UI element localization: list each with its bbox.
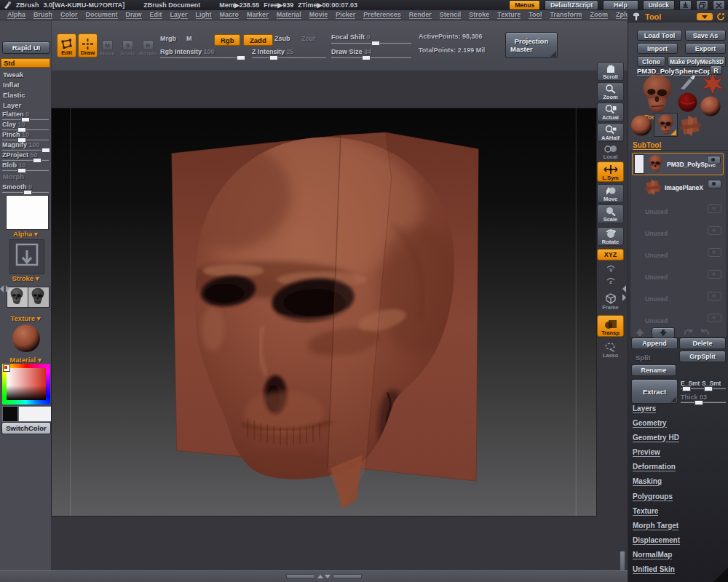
document-scrollbar[interactable] xyxy=(620,551,625,571)
append-button[interactable]: Append xyxy=(631,338,678,349)
menu-item[interactable]: Material xyxy=(277,11,301,19)
menu-item[interactable]: Edit xyxy=(150,11,162,19)
section-deformation[interactable]: Deformation xyxy=(633,463,676,471)
material-flyout-label[interactable]: Material ▾ xyxy=(0,356,51,364)
stroke-swatch[interactable] xyxy=(9,239,44,274)
brush-elastic[interactable]: Elastic xyxy=(1,90,50,100)
shelf-actual-button[interactable]: Actual xyxy=(597,103,624,121)
thick-slider[interactable]: Thick 03 xyxy=(681,394,726,403)
brush-layer[interactable]: Layer xyxy=(1,100,50,110)
tool-thumb-star[interactable] xyxy=(700,72,726,97)
tray-handle-left[interactable] xyxy=(286,574,315,579)
brush-smooth-slider[interactable]: Smooth 0 xyxy=(2,183,49,193)
delete-button[interactable]: Delete xyxy=(679,338,726,349)
export-button[interactable]: Export xyxy=(685,43,726,54)
brush-zproject-slider[interactable]: ZProject 50 xyxy=(2,151,49,161)
tool-thumb-sphere-1[interactable] xyxy=(700,96,721,118)
menu-item[interactable]: Preferences xyxy=(363,11,401,19)
section-geometry[interactable]: Geometry xyxy=(633,419,667,428)
subtool-item-polysphere[interactable]: PM3D_PolySphe xyxy=(632,153,724,175)
texture-swatch-2[interactable] xyxy=(28,287,50,308)
stroke-flyout-label[interactable]: Stroke ▾ xyxy=(0,274,51,282)
tray-collapse-icon[interactable] xyxy=(325,575,331,578)
section-unified-skin[interactable]: Unified Skin xyxy=(633,565,675,574)
menu-item[interactable]: Stencil xyxy=(440,11,462,19)
canvas-viewport[interactable] xyxy=(51,108,597,517)
section-morph-target[interactable]: Morph Target xyxy=(633,522,678,530)
minimize-icon[interactable] xyxy=(679,0,692,10)
secondary-color-swatch[interactable] xyxy=(2,406,18,422)
default-zscript-button[interactable]: DefaultZScript xyxy=(545,0,598,10)
zcut-button[interactable]: Zcut xyxy=(301,35,315,42)
tool-thumb-sphere-dark[interactable] xyxy=(678,92,697,113)
rotate-mode-button[interactable]: R Rotate xyxy=(138,33,158,57)
section-normalmap[interactable]: NormalMap xyxy=(633,551,672,559)
focal-shift-slider[interactable]: Focal Shift 0 xyxy=(331,33,411,44)
shelf-aahalf-button[interactable]: AAHalf xyxy=(597,123,624,142)
brush-std[interactable]: Std xyxy=(1,58,50,68)
projection-master-button[interactable]: Projection Master xyxy=(505,32,558,58)
edit-mode-button[interactable]: Edit xyxy=(57,33,76,57)
draw-mode-button[interactable]: Draw xyxy=(78,33,98,57)
tool-panel-header[interactable]: Tool xyxy=(628,10,728,23)
panel-cycle-icon[interactable] xyxy=(716,12,725,21)
menu-item[interactable]: Document xyxy=(86,11,118,19)
section-masking[interactable]: Masking xyxy=(633,477,662,486)
rgb-button[interactable]: Rgb xyxy=(214,34,240,46)
save-as-button[interactable]: Save As xyxy=(685,30,726,41)
shelf-frame-button[interactable]: Frame xyxy=(597,290,624,311)
move-mode-button[interactable]: M Move xyxy=(98,33,117,57)
switch-color-button[interactable]: SwitchColor xyxy=(1,422,51,434)
menu-item[interactable]: Picker xyxy=(336,11,355,19)
grpsplit-button[interactable]: GrpSplit xyxy=(679,351,726,362)
scale-mode-button[interactable]: S Scale xyxy=(118,33,138,57)
alpha-swatch[interactable] xyxy=(6,195,49,230)
split-button[interactable]: Split xyxy=(636,354,651,362)
panel-menu-icon[interactable] xyxy=(697,13,713,20)
brush-blob-slider[interactable]: Blob 10 xyxy=(2,162,49,171)
esmt-ssmt-sliders[interactable]: E_Smt S_Smt xyxy=(681,380,726,389)
subtool-up-icon[interactable] xyxy=(634,328,646,337)
shelf-y-axis-button[interactable]: y xyxy=(597,263,624,274)
subtool-section-title[interactable]: SubTool xyxy=(633,141,661,150)
menu-item[interactable]: Light xyxy=(196,11,212,19)
visibility-eye-icon[interactable] xyxy=(708,180,721,188)
shelf-xyz-button[interactable]: XYZ xyxy=(597,249,624,260)
menu-item[interactable]: Render xyxy=(409,11,432,19)
main-color-swatch[interactable] xyxy=(18,406,52,422)
menu-item[interactable]: Marker xyxy=(247,11,269,19)
help-button[interactable]: Help xyxy=(603,0,638,10)
material-swatch[interactable] xyxy=(11,324,41,354)
menu-item[interactable]: Macro xyxy=(220,11,240,19)
shelf-move-button[interactable]: Move xyxy=(597,184,624,203)
shelf-z-axis-button[interactable]: z xyxy=(597,275,624,286)
close-icon[interactable] xyxy=(713,0,725,10)
tool-thumb-planes[interactable] xyxy=(679,115,703,138)
load-tool-button[interactable]: Load Tool xyxy=(637,30,682,41)
menu-item[interactable]: Draw xyxy=(126,11,142,19)
menu-item[interactable]: Texture xyxy=(497,11,521,19)
restore-window-icon[interactable] xyxy=(696,0,708,10)
section-layers[interactable]: Layers xyxy=(633,404,656,413)
shelf-scroll-button[interactable]: Scroll xyxy=(597,62,624,81)
unlock-button[interactable]: Unlock xyxy=(643,0,675,10)
menus-button[interactable]: Menus xyxy=(509,0,540,10)
tool-thumb-brush[interactable] xyxy=(678,74,698,93)
mrgb-button[interactable]: Mrgb xyxy=(160,35,176,42)
brush-inflat[interactable]: Inflat xyxy=(1,80,50,89)
z-intensity-slider[interactable]: Z Intensity 25 xyxy=(252,48,326,58)
shelf-lasso-button[interactable]: Lasso xyxy=(597,340,624,359)
skull-3d-model[interactable] xyxy=(52,108,596,516)
shelf-scale-button[interactable]: Scale xyxy=(597,204,624,223)
menu-item[interactable]: Stroke xyxy=(469,11,489,19)
menu-item[interactable]: Color xyxy=(60,11,78,19)
brush-flatten-slider[interactable]: Flatten 0 xyxy=(2,111,49,120)
color-picker[interactable] xyxy=(2,364,50,404)
extract-button[interactable]: Extract xyxy=(631,379,678,404)
menu-item[interactable]: Alpha xyxy=(7,11,25,19)
texture-swatch-1[interactable] xyxy=(7,287,28,308)
section-polygroups[interactable]: Polygroups xyxy=(633,493,673,501)
current-tool-thumbnail[interactable] xyxy=(637,73,678,116)
shelf-rotate-button[interactable]: Rotate xyxy=(597,227,624,246)
clone-button[interactable]: Clone xyxy=(637,56,665,67)
